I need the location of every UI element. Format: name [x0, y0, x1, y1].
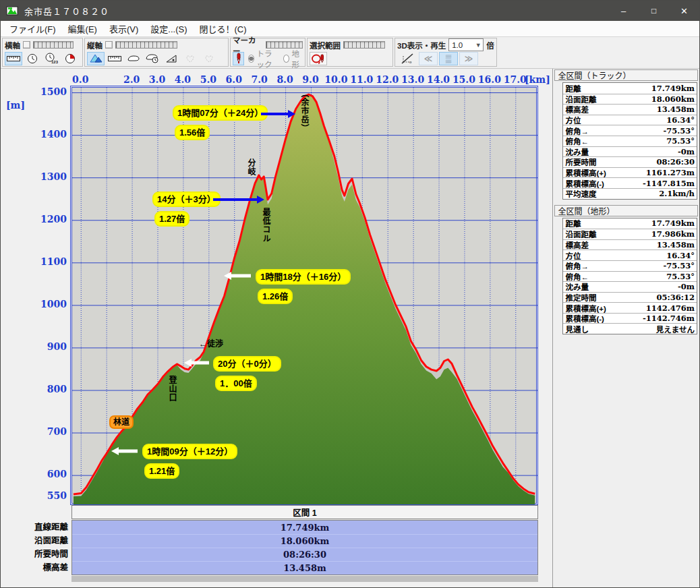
svg-text:o: o: [409, 60, 412, 64]
vaxis-speed-time-button[interactable]: [144, 52, 161, 65]
pace-annotation: 20分（＋0分）: [213, 356, 281, 372]
stat-value: 17.986km: [651, 229, 695, 239]
stats-panel: 全区間（トラック） 距離17.749km沿面距離18.060km標高差13.45…: [552, 69, 699, 588]
stat-row: 俯角→-75.53°: [563, 260, 697, 271]
selection-slider[interactable]: [343, 41, 385, 49]
haxis-pie-button[interactable]: [61, 52, 79, 65]
x-axis-unit: [km]: [525, 74, 550, 85]
stat-label: 沿面距離: [565, 229, 596, 239]
haxis-time-number-button[interactable]: 123: [42, 52, 60, 65]
3d-view-button[interactable]: o: [397, 52, 417, 65]
x-tick-label: 12.0: [376, 74, 399, 85]
haxis-distance-button[interactable]: [5, 52, 22, 65]
stat-label: 平均速度: [565, 188, 596, 199]
haxis-time-button[interactable]: [24, 52, 41, 65]
vaxis-slope-button[interactable]: [163, 52, 180, 65]
x-tick-label: 17.0: [504, 74, 527, 85]
menu-bar: ファイル(F) 編集(E) 表示(V) 設定...(S) 閉じる！(C): [1, 21, 699, 37]
marker-pen-button[interactable]: [233, 52, 244, 65]
vaxis-elevation-button[interactable]: [87, 52, 105, 65]
point-label: （余市岳）: [299, 89, 308, 133]
stat-value: 16.34°: [666, 251, 695, 260]
elevation-plot[interactable]: [71, 87, 537, 504]
playback-speed-value: 1.0: [449, 41, 473, 49]
3d-axes-icon: o: [401, 53, 414, 64]
stat-label: 距離: [565, 83, 581, 94]
stat-value: 08:26:30: [656, 157, 695, 167]
section-value: 18.060km: [72, 534, 537, 548]
menu-edit[interactable]: 編集(E): [62, 20, 103, 37]
stat-row: 方位16.34°: [563, 115, 697, 125]
menu-settings[interactable]: 設定...(S): [144, 20, 193, 37]
vaxis-distance-button[interactable]: [106, 52, 123, 65]
toolbar-group-selection: 選択範囲: [307, 38, 393, 67]
toolbar-group-vaxis: 縦軸: [84, 38, 229, 67]
mountain-icon: [89, 53, 103, 63]
marker-radio-track[interactable]: トラック: [248, 48, 279, 69]
stat-row: 推定時間05:36:12: [563, 292, 697, 303]
vaxis-hr-button-1[interactable]: [181, 52, 199, 65]
x-tick-label: 13.0: [401, 74, 424, 85]
svg-text:123: 123: [51, 60, 58, 64]
maximize-button[interactable]: □: [639, 1, 669, 21]
menu-view[interactable]: 表示(V): [103, 20, 144, 37]
y-tick-label: 700: [20, 426, 67, 437]
section-row-label: 直線距離: [9, 521, 68, 534]
stat-label: 標高差: [565, 239, 589, 250]
white-arrow-icon: [111, 445, 138, 457]
title-bar: 余市岳１７０８２０ – □ ✕: [1, 1, 699, 21]
vaxis-mini-button[interactable]: [105, 41, 113, 49]
section-row-label: 所要時間: [9, 548, 68, 561]
vaxis-zoom-slider[interactable]: [115, 41, 177, 49]
vaxis-speed-button[interactable]: [125, 52, 142, 65]
haxis-zoom-slider[interactable]: [33, 41, 74, 49]
stat-value: 1161.273m: [646, 168, 695, 177]
stat-value: -1147.815m: [643, 179, 695, 188]
stat-value: 05:36:12: [656, 293, 695, 302]
chevron-down-icon: ▼: [473, 42, 483, 49]
radio-dot-icon: [283, 55, 289, 63]
section-value: 08:26:30: [72, 548, 537, 561]
stat-label: 累積標高(-): [565, 178, 604, 189]
x-tick-label: 15.0: [453, 74, 475, 85]
x-tick-label: 5.0: [200, 74, 216, 85]
pace-annotation: 1時間18分（＋16分）: [256, 269, 351, 285]
stop-button[interactable]: ▒: [439, 52, 458, 65]
x-tick-label: 3.0: [149, 74, 165, 85]
stat-label: 俯角→: [565, 260, 589, 271]
stat-label: 俯角→: [565, 125, 589, 136]
x-tick-label: 14.0: [427, 74, 450, 85]
playback-speed-select[interactable]: 1.0 ▼: [448, 38, 484, 51]
vaxis-hr-button-2[interactable]: [200, 52, 218, 65]
stat-value: 2.1km/h: [659, 189, 695, 198]
stat-row: 平均速度2.1km/h: [563, 188, 697, 199]
stat-label: 沈み量: [565, 146, 589, 157]
stat-row: 俯角←75.53°: [563, 271, 697, 282]
menu-file[interactable]: ファイル(F): [3, 20, 62, 37]
marker-radio-terrain[interactable]: 地形: [283, 48, 303, 69]
stat-row: 見通し見えません: [563, 323, 697, 334]
stat-value: 17.749km: [651, 218, 695, 228]
pace-annotation: 1時間07分（＋24分）: [173, 105, 268, 121]
selection-lasso-button[interactable]: [310, 52, 327, 65]
window-title: 余市岳１７０８２０: [24, 5, 109, 18]
route-icon: [126, 54, 141, 63]
stat-label: 方位: [565, 115, 581, 125]
stat-row: 沈み量-0m: [563, 281, 697, 292]
stat-label: 推定時間: [565, 292, 596, 303]
rewind-button[interactable]: ≪: [419, 52, 438, 65]
minimize-button[interactable]: –: [608, 1, 639, 21]
haxis-mini-button[interactable]: [23, 41, 30, 49]
stat-value: 1142.476m: [646, 303, 695, 313]
y-tick-label: 1000: [20, 299, 67, 310]
stat-label: 沈み量: [565, 281, 589, 292]
forward-button[interactable]: ≫: [459, 52, 478, 65]
point-label: 最低コル: [261, 208, 270, 243]
stat-row: 標高差13.458m: [563, 239, 697, 250]
stat-value: -1142.746m: [643, 314, 695, 323]
3d-playback-label: 3D表示・再生: [397, 40, 446, 51]
close-button[interactable]: ✕: [669, 1, 699, 21]
elevation-profile-svg: [72, 88, 537, 504]
y-tick-label: 600: [20, 469, 67, 479]
selection-label: 選択範囲: [310, 40, 341, 51]
